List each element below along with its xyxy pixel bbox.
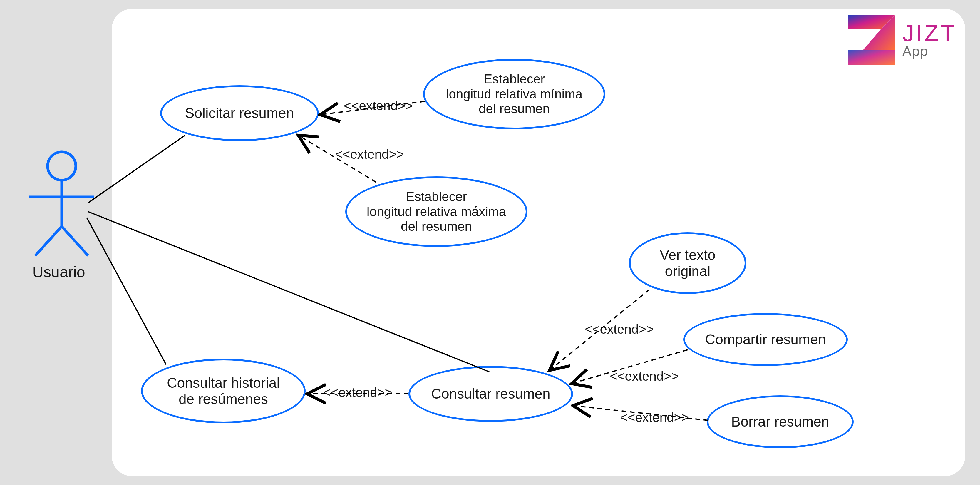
extend-label: <<extend>> <box>323 385 392 400</box>
svg-line-6 <box>35 227 62 256</box>
extend-label: <<extend>> <box>344 99 413 113</box>
usecase-label: Establecer longitud relativa mínima del … <box>446 72 583 116</box>
usecase-label: Consultar historial de resúmenes <box>167 375 280 407</box>
diagram-viewport: JIZT App Usuario Solicitar resumen Estab… <box>0 0 980 485</box>
app-logo: JIZT App <box>845 12 956 68</box>
usecase-borrar-resumen: Borrar resumen <box>707 396 854 448</box>
extend-label: <<extend>> <box>620 410 689 425</box>
extend-label: <<extend>> <box>335 147 404 162</box>
usecase-label: Consultar resumen <box>431 386 550 402</box>
actor-icon <box>24 150 100 258</box>
usecase-compartir-resumen: Compartir resumen <box>683 313 848 366</box>
usecase-solicitar-resumen: Solicitar resumen <box>160 85 319 141</box>
svg-point-3 <box>48 152 76 180</box>
logo-icon <box>845 12 898 68</box>
usecase-label: Compartir resumen <box>705 331 826 348</box>
usecase-ver-texto-original: Ver texto original <box>629 232 746 294</box>
actor-label: Usuario <box>19 263 99 281</box>
usecase-consultar-historial: Consultar historial de resúmenes <box>141 359 305 423</box>
svg-line-7 <box>62 227 88 256</box>
logo-subtitle: App <box>902 45 956 58</box>
extend-label: <<extend>> <box>610 369 679 384</box>
usecase-label: Establecer longitud relativa máxima del … <box>367 189 506 234</box>
logo-title: JIZT <box>902 21 956 45</box>
extend-label: <<extend>> <box>585 322 654 337</box>
svg-marker-2 <box>848 50 896 65</box>
usecase-label: Solicitar resumen <box>185 105 294 121</box>
usecase-establecer-longitud-minima: Establecer longitud relativa mínima del … <box>423 59 605 129</box>
usecase-label: Borrar resumen <box>731 413 829 430</box>
usecase-label: Ver texto original <box>660 247 715 279</box>
usecase-consultar-resumen: Consultar resumen <box>409 366 573 422</box>
usecase-establecer-longitud-maxima: Establecer longitud relativa máxima del … <box>345 176 527 247</box>
